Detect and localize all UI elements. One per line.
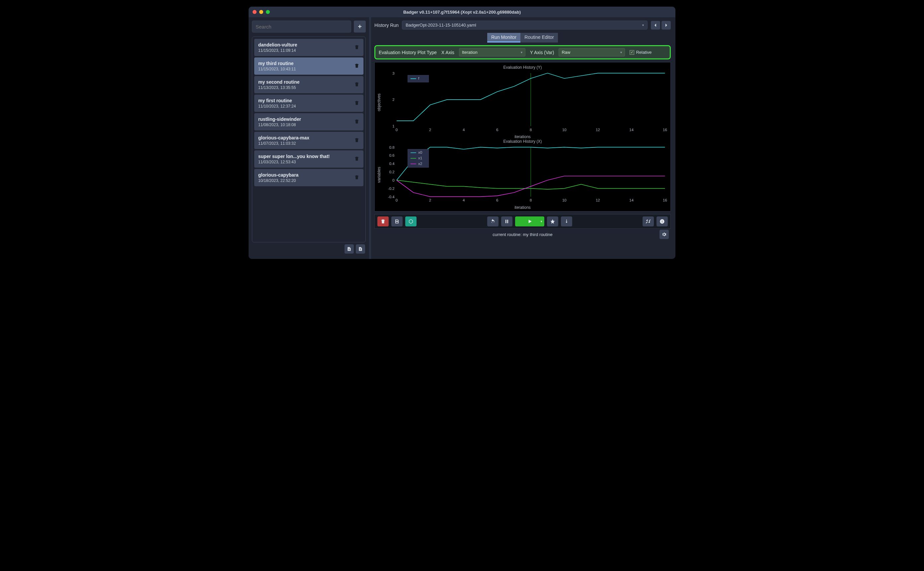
history-run-select[interactable]: BadgerOpt-2023-11-15-105140.yaml ▾ (402, 21, 648, 29)
svg-text:4: 4 (463, 198, 465, 202)
routine-item[interactable]: my third routine11/15/2023, 10:43:11 (254, 57, 363, 75)
routine-item[interactable]: my first routine11/10/2023, 12:37:24 (254, 95, 363, 112)
chart-title: Evaluation History (Y) (377, 65, 668, 70)
jump-button[interactable] (561, 216, 572, 227)
routine-name: glorious-capybara-max (258, 135, 310, 140)
svg-text:12: 12 (596, 128, 600, 132)
import-button[interactable] (345, 244, 354, 254)
file-import-icon (347, 246, 351, 252)
svg-text:x1: x1 (418, 156, 422, 160)
jump-icon (564, 219, 569, 224)
chevron-down-icon: ▾ (521, 51, 522, 54)
favorite-button[interactable] (547, 216, 558, 227)
delete-routine-button[interactable] (354, 156, 359, 163)
routine-name: my third routine (258, 61, 296, 66)
routine-name: my second routine (258, 79, 299, 85)
close-window-button[interactable] (253, 10, 257, 14)
svg-text:x2: x2 (418, 162, 422, 166)
chevron-down-icon: ▾ (541, 220, 542, 223)
tools-icon (645, 219, 651, 224)
chart-ylabel: variables (377, 145, 383, 205)
trash-icon (380, 219, 386, 224)
relative-checkbox[interactable]: ✓ (630, 50, 634, 55)
svg-text:14: 14 (629, 128, 634, 132)
routine-name: dandelion-vulture (258, 42, 297, 48)
play-icon (527, 219, 532, 224)
settings-button[interactable] (659, 230, 669, 239)
delete-routine-button[interactable] (354, 100, 359, 107)
routine-date: 11/07/2023, 11:03:32 (258, 141, 310, 146)
svg-text:12: 12 (596, 198, 600, 202)
svg-text:14: 14 (629, 198, 634, 202)
routine-date: 11/03/2023, 12:53:43 (258, 160, 330, 164)
tab-run-monitor[interactable]: Run Monitor (487, 33, 521, 43)
svg-text:0.2: 0.2 (389, 170, 395, 174)
package-button[interactable] (405, 216, 417, 227)
routine-date: 10/18/2023, 22:52:20 (258, 178, 298, 183)
info-icon (659, 219, 665, 224)
main-tabs: Run Monitor Routine Editor (374, 33, 671, 43)
pause-icon (504, 219, 510, 224)
tab-routine-editor[interactable]: Routine Editor (521, 33, 558, 43)
history-next-button[interactable] (661, 21, 671, 29)
save-button[interactable] (391, 216, 403, 227)
chart-xlabel: iterations (377, 134, 668, 139)
svg-text:0: 0 (392, 178, 394, 182)
chart-svg: 0246810121416-0.4-0.200.20.40.60.8x0x1x2 (383, 145, 668, 205)
chevron-right-icon (665, 23, 667, 27)
export-button[interactable] (356, 244, 365, 254)
run-button[interactable]: ▾ (515, 216, 544, 227)
routine-item[interactable]: rustling-sidewinder11/08/2023, 10:18:08 (254, 113, 363, 130)
trash-icon (354, 176, 359, 181)
trash-icon (354, 139, 359, 144)
pause-button[interactable] (501, 216, 513, 227)
routine-item[interactable]: my second routine11/13/2023, 13:35:55 (254, 76, 363, 93)
chart-svg: 0246810121416123f (383, 71, 668, 134)
routine-item[interactable]: dandelion-vulture11/15/2023, 11:09:14 (254, 39, 363, 56)
maximize-window-button[interactable] (266, 10, 270, 14)
delete-routine-button[interactable] (354, 137, 359, 144)
routine-name: super super lon...you know that! (258, 154, 330, 159)
xaxis-select[interactable]: Iteration ▾ (459, 48, 525, 56)
chart-xlabel: iterations (377, 205, 668, 210)
yaxis-select[interactable]: Raw ▾ (559, 48, 625, 56)
history-run-label: History Run (374, 23, 399, 28)
tools-button[interactable] (642, 216, 654, 227)
svg-text:8: 8 (530, 198, 532, 202)
cube-icon (408, 219, 414, 224)
relative-label: Relative (636, 50, 651, 55)
info-button[interactable] (656, 216, 668, 227)
delete-routine-button[interactable] (354, 119, 359, 125)
routine-item[interactable]: glorious-capybara10/18/2023, 22:52:20 (254, 169, 363, 186)
history-prev-button[interactable] (651, 21, 660, 29)
svg-text:2: 2 (392, 97, 394, 102)
plus-icon: + (358, 23, 362, 31)
minimize-window-button[interactable] (259, 10, 263, 14)
svg-text:0.8: 0.8 (389, 145, 395, 150)
plot-type-label: Evaluation History Plot Type (379, 50, 437, 55)
svg-text:-0.2: -0.2 (388, 187, 395, 191)
search-input[interactable] (252, 21, 351, 32)
main-panel: History Run BadgerOpt-2023-11-15-105140.… (371, 17, 675, 259)
reset-button[interactable] (487, 216, 499, 227)
delete-routine-button[interactable] (354, 81, 359, 88)
routine-item[interactable]: glorious-capybara-max11/07/2023, 11:03:3… (254, 132, 363, 149)
history-run-value: BadgerOpt-2023-11-15-105140.yaml (406, 23, 476, 28)
titlebar: Badger v0.11+107.g7f15964 (Xopt v2.0a1+2… (249, 7, 675, 17)
yaxis-label: Y Axis (Var) (530, 50, 554, 55)
trash-icon (354, 83, 359, 88)
delete-routine-button[interactable] (354, 174, 359, 181)
delete-routine-button[interactable] (354, 44, 359, 51)
svg-text:0: 0 (396, 128, 397, 132)
chevron-down-icon: ▾ (642, 23, 644, 27)
current-routine-label: current routine: my third routine (493, 232, 553, 237)
routine-date: 11/15/2023, 11:09:14 (258, 48, 297, 53)
delete-run-button[interactable] (377, 216, 389, 227)
delete-routine-button[interactable] (354, 63, 359, 70)
routine-item[interactable]: super super lon...you know that!11/03/20… (254, 150, 363, 168)
svg-text:16: 16 (663, 128, 667, 132)
svg-text:4: 4 (463, 128, 465, 132)
add-routine-button[interactable]: + (354, 21, 366, 32)
trash-icon (354, 158, 359, 163)
status-bar: current routine: my third routine (374, 229, 671, 239)
